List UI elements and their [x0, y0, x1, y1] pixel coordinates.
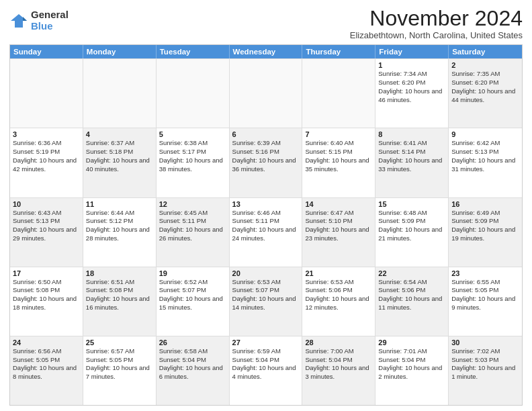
day-number: 25 [86, 338, 153, 347]
day-number: 29 [378, 338, 445, 347]
day-info: Sunrise: 7:01 AM Sunset: 5:04 PM Dayligh… [378, 347, 445, 381]
day-info: Sunrise: 7:00 AM Sunset: 5:04 PM Dayligh… [305, 347, 372, 381]
weekday-header-saturday: Saturday [449, 45, 522, 58]
day-info: Sunrise: 7:34 AM Sunset: 6:20 PM Dayligh… [378, 70, 445, 104]
calendar-row-3: 17Sunrise: 6:50 AM Sunset: 5:08 PM Dayli… [10, 267, 522, 336]
calendar-row-1: 3Sunrise: 6:36 AM Sunset: 5:19 PM Daylig… [10, 128, 522, 197]
day-number: 11 [86, 200, 153, 208]
title-block: November 2024 Elizabethtown, North Carol… [350, 7, 523, 40]
calendar-header-row: SundayMondayTuesdayWednesdayThursdayFrid… [10, 45, 522, 58]
month-title: November 2024 [350, 7, 523, 30]
day-number: 13 [232, 200, 300, 208]
day-number: 2 [451, 61, 519, 69]
calendar-cell-1: 1Sunrise: 7:34 AM Sunset: 6:20 PM Daylig… [375, 59, 449, 128]
day-number: 23 [451, 269, 519, 277]
day-number: 6 [232, 130, 300, 138]
day-info: Sunrise: 7:35 AM Sunset: 6:20 PM Dayligh… [451, 70, 519, 104]
page-header: General Blue November 2024 Elizabethtown… [9, 7, 523, 40]
calendar-cell-16: 16Sunrise: 6:49 AM Sunset: 5:09 PM Dayli… [449, 198, 522, 267]
calendar-cell-21: 21Sunrise: 6:53 AM Sunset: 5:06 PM Dayli… [302, 267, 375, 336]
calendar-cell-2: 2Sunrise: 7:35 AM Sunset: 6:20 PM Daylig… [449, 59, 522, 128]
day-info: Sunrise: 6:40 AM Sunset: 5:15 PM Dayligh… [305, 139, 372, 173]
calendar-cell-6: 6Sunrise: 6:39 AM Sunset: 5:16 PM Daylig… [230, 128, 303, 197]
calendar-cell-9: 9Sunrise: 6:42 AM Sunset: 5:13 PM Daylig… [449, 128, 522, 197]
calendar-body: 1Sunrise: 7:34 AM Sunset: 6:20 PM Daylig… [10, 58, 522, 405]
day-info: Sunrise: 6:47 AM Sunset: 5:10 PM Dayligh… [305, 209, 372, 243]
day-info: Sunrise: 6:39 AM Sunset: 5:16 PM Dayligh… [232, 139, 300, 173]
day-number: 14 [305, 200, 372, 208]
day-info: Sunrise: 6:37 AM Sunset: 5:18 PM Dayligh… [86, 139, 153, 173]
calendar-cell-15: 15Sunrise: 6:48 AM Sunset: 5:09 PM Dayli… [375, 198, 449, 267]
day-number: 30 [451, 338, 519, 347]
calendar-cell-3: 3Sunrise: 6:36 AM Sunset: 5:19 PM Daylig… [10, 128, 83, 197]
calendar-cell-22: 22Sunrise: 6:54 AM Sunset: 5:06 PM Dayli… [375, 267, 449, 336]
weekday-header-monday: Monday [83, 45, 157, 58]
day-info: Sunrise: 6:48 AM Sunset: 5:09 PM Dayligh… [378, 209, 445, 243]
day-info: Sunrise: 6:43 AM Sunset: 5:13 PM Dayligh… [13, 209, 80, 243]
day-info: Sunrise: 6:38 AM Sunset: 5:17 PM Dayligh… [159, 139, 226, 173]
day-number: 21 [305, 269, 372, 277]
weekday-header-sunday: Sunday [10, 45, 83, 58]
weekday-header-friday: Friday [375, 45, 449, 58]
calendar-cell-4: 4Sunrise: 6:37 AM Sunset: 5:18 PM Daylig… [83, 128, 157, 197]
day-number: 24 [13, 338, 80, 347]
day-info: Sunrise: 7:02 AM Sunset: 5:03 PM Dayligh… [451, 347, 519, 381]
day-info: Sunrise: 6:42 AM Sunset: 5:13 PM Dayligh… [451, 139, 519, 173]
calendar-cell-27: 27Sunrise: 6:59 AM Sunset: 5:04 PM Dayli… [230, 336, 303, 405]
day-number: 1 [378, 61, 445, 69]
calendar-cell-7: 7Sunrise: 6:40 AM Sunset: 5:15 PM Daylig… [302, 128, 375, 197]
calendar-cell-25: 25Sunrise: 6:57 AM Sunset: 5:05 PM Dayli… [83, 336, 157, 405]
day-info: Sunrise: 6:53 AM Sunset: 5:07 PM Dayligh… [232, 278, 300, 312]
calendar-cell-empty-0-4 [302, 59, 375, 128]
calendar-cell-29: 29Sunrise: 7:01 AM Sunset: 5:04 PM Dayli… [375, 336, 449, 405]
calendar-cell-8: 8Sunrise: 6:41 AM Sunset: 5:14 PM Daylig… [375, 128, 449, 197]
calendar-cell-24: 24Sunrise: 6:56 AM Sunset: 5:05 PM Dayli… [10, 336, 83, 405]
day-number: 7 [305, 130, 372, 138]
logo-general-label: General [31, 9, 69, 21]
day-info: Sunrise: 6:59 AM Sunset: 5:04 PM Dayligh… [232, 347, 300, 381]
calendar-page: General Blue November 2024 Elizabethtown… [0, 0, 532, 411]
calendar-cell-23: 23Sunrise: 6:55 AM Sunset: 5:05 PM Dayli… [449, 267, 522, 336]
day-info: Sunrise: 6:50 AM Sunset: 5:08 PM Dayligh… [13, 278, 80, 312]
day-number: 3 [13, 130, 80, 138]
day-info: Sunrise: 6:44 AM Sunset: 5:12 PM Dayligh… [86, 209, 153, 243]
day-number: 17 [13, 269, 80, 277]
calendar-cell-5: 5Sunrise: 6:38 AM Sunset: 5:17 PM Daylig… [157, 128, 230, 197]
day-number: 10 [13, 200, 80, 208]
day-info: Sunrise: 6:56 AM Sunset: 5:05 PM Dayligh… [13, 347, 80, 381]
calendar-cell-empty-0-1 [83, 59, 157, 128]
day-info: Sunrise: 6:49 AM Sunset: 5:09 PM Dayligh… [451, 209, 519, 243]
day-number: 28 [305, 338, 372, 347]
calendar-row-0: 1Sunrise: 7:34 AM Sunset: 6:20 PM Daylig… [10, 58, 522, 128]
calendar-cell-30: 30Sunrise: 7:02 AM Sunset: 5:03 PM Dayli… [449, 336, 522, 405]
day-number: 4 [86, 130, 153, 138]
day-info: Sunrise: 6:36 AM Sunset: 5:19 PM Dayligh… [13, 139, 80, 173]
calendar-cell-empty-0-2 [157, 59, 230, 128]
weekday-header-tuesday: Tuesday [157, 45, 230, 58]
calendar-cell-26: 26Sunrise: 6:58 AM Sunset: 5:04 PM Dayli… [157, 336, 230, 405]
calendar-cell-14: 14Sunrise: 6:47 AM Sunset: 5:10 PM Dayli… [302, 198, 375, 267]
day-info: Sunrise: 6:45 AM Sunset: 5:11 PM Dayligh… [159, 209, 226, 243]
day-info: Sunrise: 6:57 AM Sunset: 5:05 PM Dayligh… [86, 347, 153, 381]
day-number: 20 [232, 269, 300, 277]
logo-text: General Blue [31, 9, 69, 32]
calendar-cell-28: 28Sunrise: 7:00 AM Sunset: 5:04 PM Dayli… [302, 336, 375, 405]
logo-icon [9, 11, 28, 30]
weekday-header-thursday: Thursday [302, 45, 375, 58]
calendar-cell-empty-0-0 [10, 59, 83, 128]
calendar-row-4: 24Sunrise: 6:56 AM Sunset: 5:05 PM Dayli… [10, 336, 522, 405]
day-number: 16 [451, 200, 519, 208]
logo-blue-label: Blue [31, 21, 69, 32]
location-label: Elizabethtown, North Carolina, United St… [350, 30, 523, 40]
day-number: 26 [159, 338, 226, 347]
calendar-cell-19: 19Sunrise: 6:52 AM Sunset: 5:07 PM Dayli… [157, 267, 230, 336]
day-info: Sunrise: 6:46 AM Sunset: 5:11 PM Dayligh… [232, 209, 300, 243]
day-number: 22 [378, 269, 445, 277]
calendar-cell-12: 12Sunrise: 6:45 AM Sunset: 5:11 PM Dayli… [157, 198, 230, 267]
calendar: SundayMondayTuesdayWednesdayThursdayFrid… [9, 44, 523, 406]
calendar-cell-10: 10Sunrise: 6:43 AM Sunset: 5:13 PM Dayli… [10, 198, 83, 267]
logo: General Blue [9, 9, 69, 32]
day-info: Sunrise: 6:51 AM Sunset: 5:08 PM Dayligh… [86, 278, 153, 312]
calendar-cell-13: 13Sunrise: 6:46 AM Sunset: 5:11 PM Dayli… [230, 198, 303, 267]
day-info: Sunrise: 6:55 AM Sunset: 5:05 PM Dayligh… [451, 278, 519, 312]
